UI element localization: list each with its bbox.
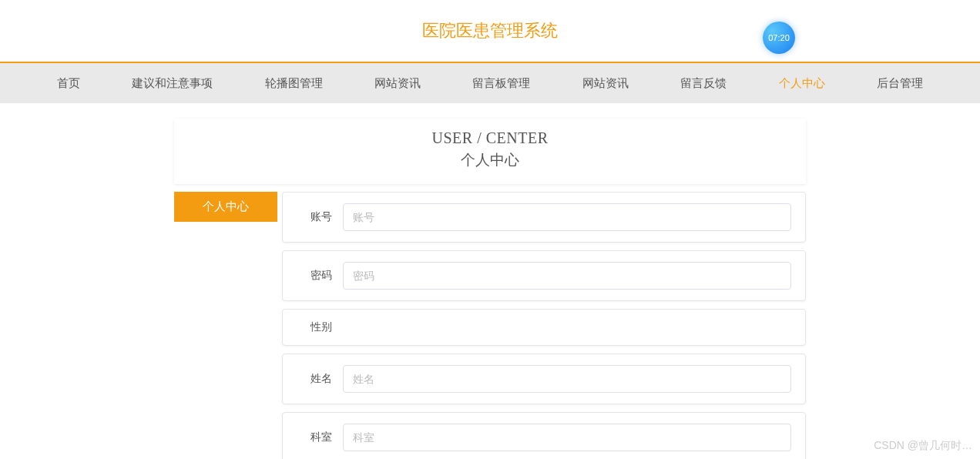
form-row-name: 姓名: [282, 353, 806, 404]
nav-suggestions[interactable]: 建议和注意事项: [124, 70, 220, 97]
main-nav: 首页 建议和注意事项 轮播图管理 网站资讯 留言板管理 网站资讯 留言反馈 个人…: [0, 62, 980, 103]
label-account: 账号: [297, 210, 343, 224]
form-row-account: 账号: [282, 192, 806, 243]
page-header: USER / CENTER 个人中心: [174, 119, 806, 184]
nav-feedback[interactable]: 留言反馈: [673, 70, 734, 97]
nav-message-board[interactable]: 留言板管理: [465, 70, 538, 97]
input-department[interactable]: [343, 424, 791, 451]
input-password[interactable]: [343, 262, 791, 290]
input-account[interactable]: [343, 203, 791, 231]
label-password: 密码: [297, 269, 343, 283]
form-row-password: 密码: [282, 250, 806, 301]
nav-home[interactable]: 首页: [49, 70, 88, 97]
form-row-department: 科室: [282, 412, 806, 459]
nav-site-info-1[interactable]: 网站资讯: [367, 70, 428, 97]
form-area: 账号 密码 性别 姓名 科室 职称: [277, 192, 806, 459]
page-header-en: USER / CENTER: [174, 129, 806, 147]
nav-admin[interactable]: 后台管理: [869, 70, 931, 97]
nav-site-info-2[interactable]: 网站资讯: [575, 70, 636, 97]
label-gender: 性别: [297, 320, 343, 334]
input-name[interactable]: [343, 365, 791, 393]
content: 个人中心 账号 密码 性别 姓名 科室 职称: [174, 192, 806, 459]
sidebar-item-user-center[interactable]: 个人中心: [174, 192, 277, 222]
nav-carousel[interactable]: 轮播图管理: [257, 70, 331, 97]
sidebar: 个人中心: [174, 192, 277, 459]
page-header-cn: 个人中心: [174, 150, 806, 170]
watermark: CSDN @曾几何时…: [874, 439, 972, 453]
nav-user-center[interactable]: 个人中心: [771, 70, 833, 97]
label-name: 姓名: [297, 372, 343, 386]
label-department: 科室: [297, 431, 343, 444]
header: 医院医患管理系统 07:20: [0, 0, 980, 62]
clock-badge: 07:20: [763, 22, 795, 54]
form-row-gender: 性别: [282, 309, 806, 346]
site-title: 医院医患管理系统: [422, 19, 558, 42]
